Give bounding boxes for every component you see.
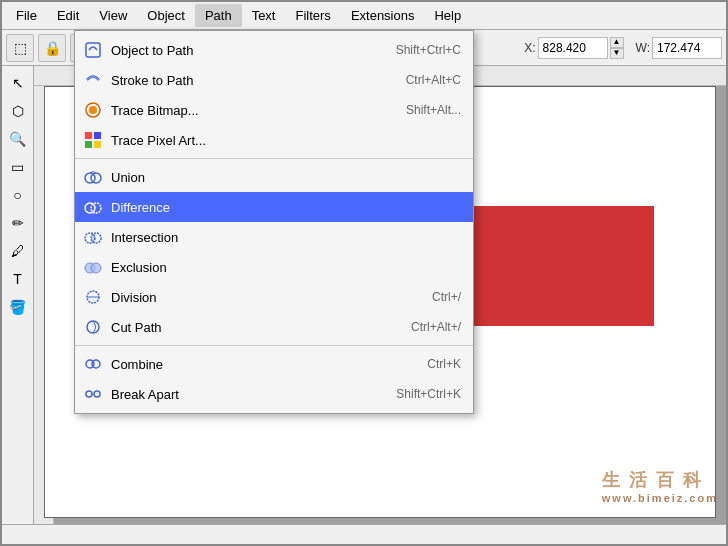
menu-file[interactable]: File	[6, 4, 47, 27]
menu-item-trace-pixel-art[interactable]: Trace Pixel Art...	[75, 125, 473, 155]
menu-item-combine-shortcut: Ctrl+K	[427, 357, 461, 371]
cut-path-icon	[83, 317, 103, 337]
menu-help[interactable]: Help	[424, 4, 471, 27]
svg-rect-1	[86, 43, 100, 57]
coord-x-input[interactable]	[538, 37, 608, 59]
path-dropdown-menu: Object to Path Shift+Ctrl+C Stroke to Pa…	[74, 30, 474, 414]
menu-filters[interactable]: Filters	[285, 4, 340, 27]
stroke-to-path-icon	[83, 70, 103, 90]
trace-bitmap-icon	[83, 100, 103, 120]
menu-item-exclusion[interactable]: Exclusion	[75, 252, 473, 282]
svg-point-9	[91, 173, 101, 183]
division-icon	[83, 287, 103, 307]
tool-text[interactable]: T	[5, 266, 31, 292]
coord-w-field: W:	[636, 37, 722, 59]
menu-item-division[interactable]: Division Ctrl+/	[75, 282, 473, 312]
menubar: File Edit View Object Path Text Filters …	[2, 2, 726, 30]
left-sidebar: ↖ ⬡ 🔍 ▭ ○ ✏ 🖊 T 🪣	[2, 66, 34, 528]
menu-item-division-shortcut: Ctrl+/	[432, 290, 461, 304]
toolbar-btn-2[interactable]: 🔒	[38, 34, 66, 62]
status-bar	[2, 524, 726, 544]
union-icon	[83, 167, 103, 187]
separator-1	[75, 158, 473, 159]
tool-pen[interactable]: 🖊	[5, 238, 31, 264]
menu-item-trace-bitmap-shortcut: Shift+Alt...	[406, 103, 461, 117]
break-apart-icon	[83, 384, 103, 404]
menu-item-combine[interactable]: Combine Ctrl+K	[75, 349, 473, 379]
menu-item-break-apart-shortcut: Shift+Ctrl+K	[396, 387, 461, 401]
menu-item-break-apart-label: Break Apart	[111, 387, 388, 402]
svg-point-21	[86, 391, 92, 397]
svg-point-22	[94, 391, 100, 397]
menu-item-division-label: Division	[111, 290, 424, 305]
coord-x-label: X:	[524, 41, 535, 55]
menu-item-trace-bitmap-label: Trace Bitmap...	[111, 103, 398, 118]
coord-x-field: X: ▲ ▼	[524, 37, 623, 59]
menu-item-combine-label: Combine	[111, 357, 419, 372]
tool-zoom[interactable]: 🔍	[5, 126, 31, 152]
menu-item-exclusion-label: Exclusion	[111, 260, 453, 275]
app-window: File Edit View Object Path Text Filters …	[0, 0, 728, 546]
menu-item-union-label: Union	[111, 170, 453, 185]
menu-text[interactable]: Text	[242, 4, 286, 27]
menu-edit[interactable]: Edit	[47, 4, 89, 27]
menu-item-cut-path[interactable]: Cut Path Ctrl+Alt+/	[75, 312, 473, 342]
svg-point-20	[92, 360, 100, 368]
tool-fill[interactable]: 🪣	[5, 294, 31, 320]
menu-item-object-to-path-label: Object to Path	[111, 43, 388, 58]
object-to-path-icon	[83, 40, 103, 60]
coord-x-up[interactable]: ▲	[610, 37, 624, 48]
menu-item-union[interactable]: Union	[75, 162, 473, 192]
menu-item-stroke-to-path[interactable]: Stroke to Path Ctrl+Alt+C	[75, 65, 473, 95]
menu-item-difference-label: Difference	[111, 200, 453, 215]
menu-item-object-to-path[interactable]: Object to Path Shift+Ctrl+C	[75, 35, 473, 65]
menu-item-stroke-to-path-shortcut: Ctrl+Alt+C	[406, 73, 461, 87]
tool-circle[interactable]: ○	[5, 182, 31, 208]
trace-pixel-art-icon	[83, 130, 103, 150]
menu-item-trace-pixel-art-label: Trace Pixel Art...	[111, 133, 453, 148]
tool-select[interactable]: ↖	[5, 70, 31, 96]
svg-rect-7	[94, 141, 101, 148]
coord-x-spinners: ▲ ▼	[610, 37, 624, 59]
watermark-url: www.bimeiz.com	[602, 492, 718, 504]
menu-item-break-apart[interactable]: Break Apart Shift+Ctrl+K	[75, 379, 473, 409]
menu-item-cut-path-label: Cut Path	[111, 320, 403, 335]
combine-icon	[83, 354, 103, 374]
svg-point-18	[87, 321, 99, 333]
menu-extensions[interactable]: Extensions	[341, 4, 425, 27]
coord-w-input[interactable]	[652, 37, 722, 59]
menu-item-intersection[interactable]: Intersection	[75, 222, 473, 252]
svg-rect-4	[85, 132, 92, 139]
svg-point-15	[91, 263, 101, 273]
separator-2	[75, 345, 473, 346]
watermark: 生 活 百 科 www.bimeiz.com	[602, 468, 718, 504]
tool-rect[interactable]: ▭	[5, 154, 31, 180]
menu-item-cut-path-shortcut: Ctrl+Alt+/	[411, 320, 461, 334]
coord-w-label: W:	[636, 41, 650, 55]
svg-rect-6	[85, 141, 92, 148]
menu-path[interactable]: Path	[195, 4, 242, 27]
intersection-icon	[83, 227, 103, 247]
coord-x-down[interactable]: ▼	[610, 48, 624, 59]
exclusion-icon	[83, 257, 103, 277]
difference-icon	[83, 197, 103, 217]
menu-item-object-to-path-shortcut: Shift+Ctrl+C	[396, 43, 461, 57]
svg-rect-5	[94, 132, 101, 139]
menu-view[interactable]: View	[89, 4, 137, 27]
svg-point-3	[89, 106, 97, 114]
menu-item-difference[interactable]: Difference	[75, 192, 473, 222]
menu-object[interactable]: Object	[137, 4, 195, 27]
menu-item-intersection-label: Intersection	[111, 230, 453, 245]
tool-node[interactable]: ⬡	[5, 98, 31, 124]
menu-item-trace-bitmap[interactable]: Trace Bitmap... Shift+Alt...	[75, 95, 473, 125]
toolbar-btn-1[interactable]: ⬚	[6, 34, 34, 62]
tool-pencil[interactable]: ✏	[5, 210, 31, 236]
watermark-text: 生 活 百 科	[602, 468, 718, 492]
menu-item-stroke-to-path-label: Stroke to Path	[111, 73, 398, 88]
